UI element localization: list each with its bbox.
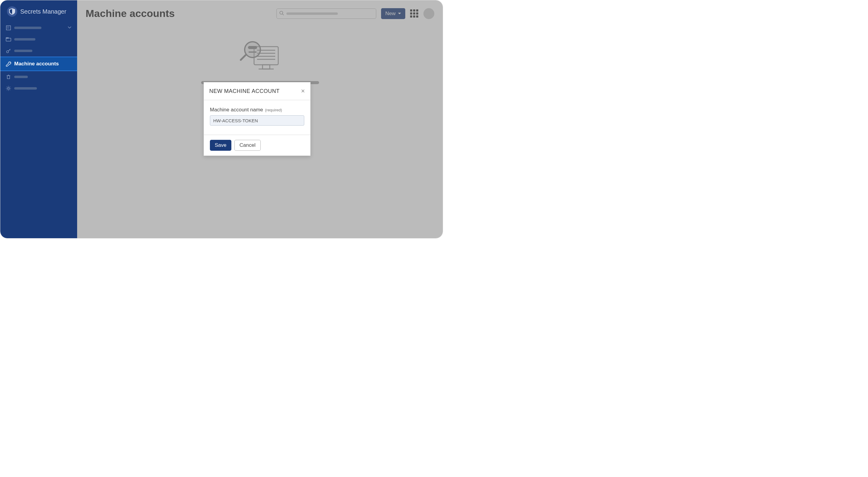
sidebar-item-label: Machine accounts bbox=[14, 61, 59, 67]
sidebar-item-label-redacted bbox=[14, 27, 41, 29]
svg-rect-3 bbox=[7, 28, 8, 28]
svg-rect-1 bbox=[7, 27, 8, 27]
sidebar-item-secrets[interactable] bbox=[0, 45, 77, 57]
sidebar-nav: Machine accounts bbox=[0, 22, 77, 94]
svg-rect-2 bbox=[8, 27, 9, 27]
machine-account-name-input[interactable] bbox=[210, 115, 304, 126]
app-frame: Secrets Manager bbox=[0, 0, 443, 239]
sidebar-item-machine-accounts[interactable]: Machine accounts bbox=[0, 57, 77, 71]
sidebar-item-label-redacted bbox=[14, 87, 37, 90]
sidebar-item-settings[interactable] bbox=[0, 83, 77, 94]
cancel-button[interactable]: Cancel bbox=[235, 140, 261, 151]
svg-point-8 bbox=[7, 87, 9, 89]
sidebar-item-label-redacted bbox=[14, 38, 35, 40]
save-button[interactable]: Save bbox=[210, 140, 231, 151]
field-label-row: Machine account name (required) bbox=[210, 107, 304, 113]
shield-logo-icon bbox=[7, 6, 17, 17]
sidebar-item-label-redacted bbox=[14, 76, 28, 78]
new-machine-account-modal: NEW MACHINE ACCOUNT × Machine account na… bbox=[204, 82, 311, 156]
sidebar: Secrets Manager bbox=[0, 0, 77, 238]
modal-footer: Save Cancel bbox=[204, 135, 310, 155]
gear-icon bbox=[6, 86, 11, 91]
sidebar-item-trash[interactable] bbox=[0, 71, 77, 83]
trash-icon bbox=[6, 74, 11, 80]
brand: Secrets Manager bbox=[0, 3, 77, 22]
chevron-down-icon bbox=[67, 25, 72, 31]
machine-account-name-label: Machine account name bbox=[210, 107, 263, 113]
modal-title: NEW MACHINE ACCOUNT bbox=[209, 88, 280, 94]
modal-header: NEW MACHINE ACCOUNT × bbox=[204, 82, 310, 100]
sidebar-item-projects[interactable] bbox=[0, 34, 77, 45]
folder-icon bbox=[6, 37, 11, 42]
brand-title: Secrets Manager bbox=[20, 8, 66, 15]
wrench-icon bbox=[6, 61, 11, 67]
svg-rect-4 bbox=[8, 28, 9, 28]
required-hint: (required) bbox=[265, 108, 282, 112]
key-icon bbox=[6, 48, 11, 54]
sidebar-item-label-redacted bbox=[14, 50, 32, 52]
building-icon bbox=[6, 25, 11, 31]
close-icon[interactable]: × bbox=[301, 87, 305, 95]
modal-body: Machine account name (required) bbox=[204, 100, 310, 135]
sidebar-item-org[interactable] bbox=[0, 22, 77, 34]
